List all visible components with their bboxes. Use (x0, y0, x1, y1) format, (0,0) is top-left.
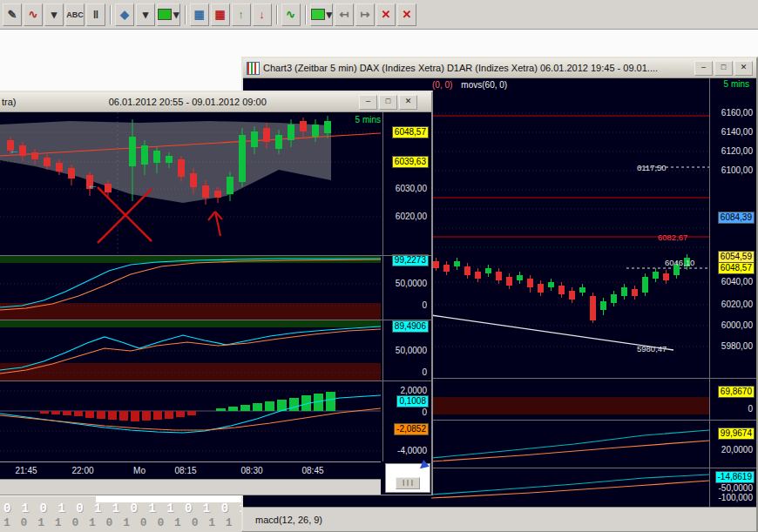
grid-red-icon[interactable]: ▦ (211, 3, 230, 26)
line-color-swatch[interactable]: ▾ (157, 3, 180, 26)
histogram-bar (265, 401, 274, 411)
scroll-corner-widget[interactable]: ▶ ||| (385, 463, 430, 493)
toolbar-separator (276, 5, 277, 24)
price-label: 0,1008 (396, 395, 429, 407)
price-label: 6120,00 (720, 146, 755, 157)
window-bottom-bar (0, 479, 381, 495)
delete-study-icon: ✕ (382, 8, 391, 21)
shape-dropdown: ▾ (143, 8, 149, 21)
candles (433, 254, 690, 323)
freehand-icon: ∿ (29, 8, 38, 21)
detail-chart-content: ←← 5 mins 6048,576039,636030,006020,0099… (0, 112, 431, 495)
price-label: 50,0000 (394, 279, 429, 289)
cyan-arrow-mark: ← (9, 144, 20, 157)
shift-left-icon: ↤ (340, 8, 349, 21)
color-swatch (311, 9, 325, 20)
price-label: -14,8619 (715, 471, 755, 483)
cyan-arrow-mark: ← (87, 178, 98, 192)
chart3-titlebar[interactable]: Chart3 (Zeitbar 5 min) DAX (Indizes Xetr… (243, 58, 756, 78)
indicator-line (431, 475, 709, 495)
minimize-button[interactable]: – (694, 61, 713, 76)
line-style-dropdown[interactable]: ▾ (44, 3, 64, 26)
close-button[interactable]: ✕ (399, 95, 417, 110)
maximize-button[interactable]: □ (714, 61, 733, 76)
histogram-bar (63, 411, 71, 415)
parallel-lines-icon[interactable]: ‖ (86, 3, 105, 26)
toolbar-separator (185, 5, 186, 24)
indicator-line (431, 441, 709, 461)
price-label: 6160,00 (720, 108, 755, 118)
close-button[interactable]: ✕ (734, 61, 753, 76)
fill-color-swatch[interactable]: ▾ (310, 3, 334, 26)
time-axis-label: Mo (133, 466, 146, 475)
indicator-line (431, 481, 709, 498)
stochastic-panel-canvas[interactable] (0, 255, 381, 320)
parallel-lines-icon: ‖ (93, 8, 98, 21)
price-label: -4,0000 (396, 446, 429, 456)
panel-divider[interactable] (0, 320, 431, 320)
minimize-button[interactable]: – (359, 95, 377, 110)
arrow-down-icon: ↓ (259, 8, 265, 21)
price-label: 50,0000 (394, 346, 429, 356)
price-label: 0 (420, 407, 429, 418)
arrow-up-icon[interactable]: ↑ (232, 3, 251, 26)
binary-text: 1 0 1 1 0 1 0 1 0 0 1 0 1 1 0 (3, 516, 241, 529)
price-label: 99,2273 (392, 254, 429, 266)
panel-divider[interactable] (0, 380, 431, 381)
text-tool-icon[interactable]: ABC (65, 3, 85, 26)
chart3-price-scale[interactable]: 6160,006140,006120,006100,006084,396054,… (709, 78, 756, 507)
price-label: 6040,00 (720, 277, 755, 287)
background-window-fragment: 0 1 0 1 0 1 1 0 1 1 0 1 0 1 0 1 1 0 1 1 … (0, 496, 241, 532)
delete-all-studies-icon[interactable]: ✕ (397, 3, 416, 26)
fill-color-swatch: ▾ (327, 8, 333, 21)
histogram-bar (216, 408, 226, 411)
formula-text: macd(12, 26, 9) (255, 515, 322, 525)
detail-chart-title: 06.01.2012 20:55 - 09.01.2012 09:00 (20, 97, 356, 107)
price-label: 6048,57 (392, 126, 429, 138)
price-label: 6100,00 (720, 165, 755, 176)
price-label: 6020,00 (394, 212, 429, 222)
macd-panel-canvas[interactable] (0, 380, 381, 461)
detail-price-scale[interactable]: 6048,576039,636030,006020,0099,227350,00… (382, 112, 430, 461)
price-chart-canvas[interactable]: ←← (0, 112, 381, 255)
oscillator-panel-canvas[interactable] (0, 320, 381, 380)
histogram-bar (240, 405, 250, 411)
shift-right-icon[interactable]: ↦ (355, 3, 375, 26)
chart3-legend-strip: (0, 0) movs(60, 0) (432, 79, 507, 90)
delete-all-studies-icon: ✕ (403, 8, 412, 21)
shift-left-icon[interactable]: ↤ (335, 3, 354, 26)
panel-divider[interactable] (0, 255, 431, 256)
histogram-bar (142, 411, 151, 421)
time-axis[interactable]: 21:4522:00Mo08:1508:3008:45 (0, 461, 381, 479)
freehand-icon[interactable]: ∿ (24, 3, 43, 26)
threshold-band (0, 363, 381, 380)
price-label: 6140,00 (720, 127, 755, 138)
histogram-bar (187, 411, 196, 415)
drawing-toolbar: ✎∿▾ABC‖◆▾▾▦▦↑↓∿▾↤↦✕✕ (0, 0, 758, 30)
detail-chart-titlebar[interactable]: tra) 06.01.2012 20:55 - 09.01.2012 09:00… (0, 92, 431, 112)
pencil-icon[interactable]: ✎ (3, 3, 22, 26)
shape-tool-icon[interactable]: ◆ (115, 3, 134, 26)
price-label: 6000,00 (720, 320, 755, 331)
price-label: 6054,59 (718, 251, 755, 263)
time-axis-label: 08:45 (301, 466, 323, 475)
formula-bar[interactable]: macd(12, 26, 9) (243, 507, 756, 531)
time-axis-label: 08:15 (174, 466, 196, 475)
delete-study-icon[interactable]: ✕ (376, 3, 396, 26)
drawn-x-mark (98, 189, 152, 243)
grid-icon[interactable]: ▦ (190, 3, 209, 26)
line-color-swatch: ▾ (173, 8, 179, 21)
arrow-down-icon[interactable]: ↓ (253, 3, 272, 26)
maximize-button[interactable]: □ (379, 95, 397, 110)
line-style-dropdown: ▾ (51, 8, 58, 21)
zigzag-icon[interactable]: ∿ (281, 3, 301, 26)
pencil-icon: ✎ (8, 8, 17, 21)
binary-text: 0 1 0 1 0 1 1 0 1 1 0 1 0 1 0 1 (3, 502, 241, 515)
price-label: -2,0852 (394, 423, 429, 435)
grid-red-icon: ▦ (214, 8, 225, 21)
shape-dropdown[interactable]: ▾ (136, 3, 155, 26)
threshold-band (0, 320, 381, 327)
histogram-bar (289, 398, 299, 411)
price-label: 6020,00 (720, 300, 755, 310)
price-label: 6039,63 (392, 156, 429, 168)
